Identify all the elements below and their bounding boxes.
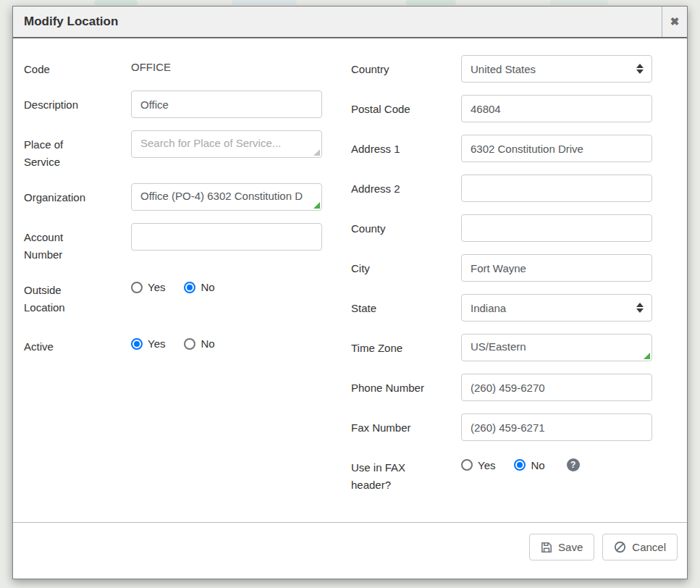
radio-circle-icon	[184, 282, 195, 293]
city-row: City	[351, 254, 652, 282]
background-blob	[232, 0, 297, 5]
dialog-body: Code OFFICE Description Place of Service	[13, 38, 687, 522]
fax-number-label: Fax Number	[351, 413, 461, 441]
save-floppy-icon	[541, 542, 552, 553]
address1-input[interactable]	[461, 135, 652, 162]
place-of-service-row: Place of Service Search for Place of Ser…	[24, 130, 322, 171]
radio-circle-icon	[461, 459, 473, 471]
address1-label: Address 1	[351, 135, 461, 162]
use-in-fax-header-row: Use in FAX header? Yes No ?	[351, 453, 652, 494]
active-radio-group: Yes No	[131, 332, 322, 350]
background-blob	[94, 0, 138, 5]
dialog-footer: Save Cancel	[13, 522, 687, 579]
organization-input[interactable]: Office (PO-4) 6302 Constitution D	[131, 183, 322, 211]
radio-circle-icon	[514, 459, 526, 471]
time-zone-value: US/Eastern	[471, 340, 526, 353]
organization-label: Organization	[24, 183, 131, 211]
fax-number-input[interactable]	[461, 413, 652, 441]
close-icon: ✖	[670, 15, 680, 28]
cancel-ban-icon	[614, 541, 626, 553]
place-of-service-input[interactable]: Search for Place of Service...	[131, 130, 322, 158]
county-row: County	[351, 214, 652, 242]
outside-location-radio-group: Yes No	[131, 276, 322, 293]
cancel-button[interactable]: Cancel	[602, 534, 678, 560]
radio-circle-icon	[131, 338, 143, 350]
place-of-service-placeholder: Search for Place of Service...	[140, 137, 281, 149]
radio-circle-icon	[184, 338, 195, 350]
help-question-icon[interactable]: ?	[567, 458, 580, 471]
address2-label: Address 2	[351, 175, 461, 202]
time-zone-input[interactable]: US/Eastern	[461, 334, 652, 361]
state-label: State	[351, 294, 461, 322]
city-label: City	[351, 254, 461, 282]
code-value: OFFICE	[131, 55, 322, 73]
save-button[interactable]: Save	[529, 534, 594, 560]
active-row: Active Yes No	[24, 332, 322, 356]
county-input[interactable]	[461, 214, 652, 242]
account-number-label: Account Number	[24, 223, 131, 264]
time-zone-row: Time Zone US/Eastern	[351, 334, 652, 361]
postal-code-label: Postal Code	[351, 95, 461, 122]
state-selected-value: Indiana	[471, 302, 506, 314]
select-arrows-icon	[636, 64, 644, 74]
account-number-input[interactable]	[131, 223, 322, 251]
time-zone-label: Time Zone	[351, 334, 461, 361]
resize-handle-icon[interactable]	[313, 149, 320, 156]
description-label: Description	[24, 91, 131, 118]
phone-number-row: Phone Number	[351, 374, 652, 401]
outside-location-yes-radio[interactable]: Yes	[131, 281, 165, 293]
resize-handle-icon[interactable]	[313, 202, 320, 209]
background-blob	[550, 0, 608, 5]
use-in-fax-header-no-radio[interactable]: No	[514, 459, 544, 471]
address1-row: Address 1	[351, 135, 652, 162]
use-in-fax-header-radio-group: Yes No ?	[461, 453, 652, 471]
place-of-service-label: Place of Service	[24, 130, 131, 171]
description-input[interactable]	[131, 91, 322, 118]
active-no-radio[interactable]: No	[184, 337, 214, 350]
account-number-row: Account Number	[24, 223, 322, 264]
radio-circle-icon	[131, 282, 143, 293]
phone-number-input[interactable]	[461, 374, 652, 401]
code-row: Code OFFICE	[24, 55, 322, 78]
outside-location-no-radio[interactable]: No	[184, 281, 214, 293]
modify-location-dialog: Modify Location ✖ Code OFFICE Descriptio…	[12, 6, 688, 579]
use-in-fax-header-yes-radio[interactable]: Yes	[461, 459, 495, 471]
code-label: Code	[24, 55, 131, 78]
state-row: State Indiana	[351, 294, 652, 322]
phone-number-label: Phone Number	[351, 374, 461, 401]
city-input[interactable]	[461, 254, 652, 282]
state-select[interactable]: Indiana	[461, 294, 652, 322]
active-label: Active	[24, 332, 131, 356]
background-blob	[405, 0, 456, 5]
county-label: County	[351, 214, 461, 242]
organization-row: Organization Office (PO-4) 6302 Constitu…	[24, 183, 322, 211]
outside-location-row: Outside Location Yes No	[24, 276, 322, 316]
dialog-title: Modify Location	[13, 7, 662, 37]
close-button[interactable]: ✖	[662, 7, 687, 37]
save-button-label: Save	[558, 541, 583, 553]
country-select[interactable]: United States	[461, 55, 652, 83]
form-column-left: Code OFFICE Description Place of Service	[24, 55, 322, 522]
postal-code-row: Postal Code	[351, 95, 652, 122]
form-column-right: Country United States Postal Code	[351, 55, 652, 522]
postal-code-input[interactable]	[461, 95, 652, 122]
country-label: Country	[351, 55, 461, 83]
resize-handle-icon[interactable]	[644, 353, 650, 359]
description-row: Description	[24, 91, 322, 118]
use-in-fax-header-label: Use in FAX header?	[351, 453, 461, 494]
fax-number-row: Fax Number	[351, 413, 652, 441]
address2-input[interactable]	[461, 175, 652, 202]
select-arrows-icon	[636, 303, 644, 313]
country-row: Country United States	[351, 55, 652, 83]
address2-row: Address 2	[351, 175, 652, 202]
active-yes-radio[interactable]: Yes	[131, 337, 165, 350]
outside-location-label: Outside Location	[24, 276, 131, 316]
organization-value: Office (PO-4) 6302 Constitution D	[140, 190, 303, 202]
country-selected-value: United States	[471, 63, 536, 75]
dialog-header: Modify Location ✖	[13, 7, 687, 38]
cancel-button-label: Cancel	[632, 541, 666, 553]
